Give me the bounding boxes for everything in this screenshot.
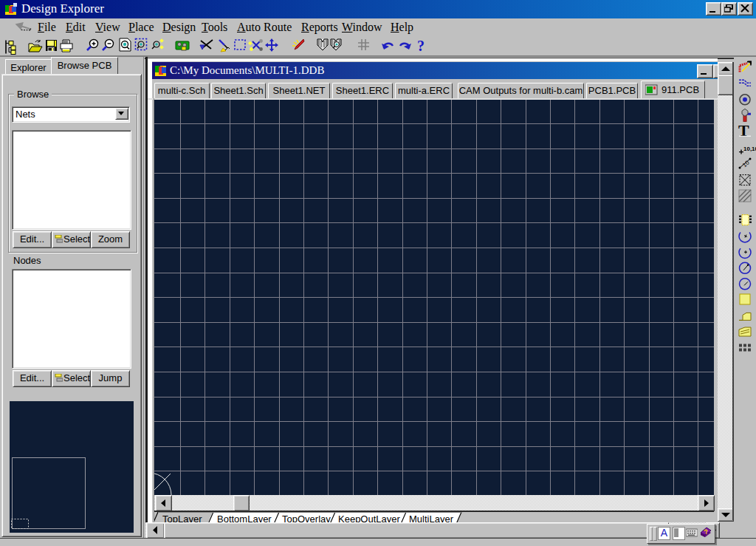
svg-text:10: 10 [741, 159, 751, 168]
svg-text:T: T [738, 121, 749, 140]
svg-text:10,10: 10,10 [743, 146, 756, 152]
